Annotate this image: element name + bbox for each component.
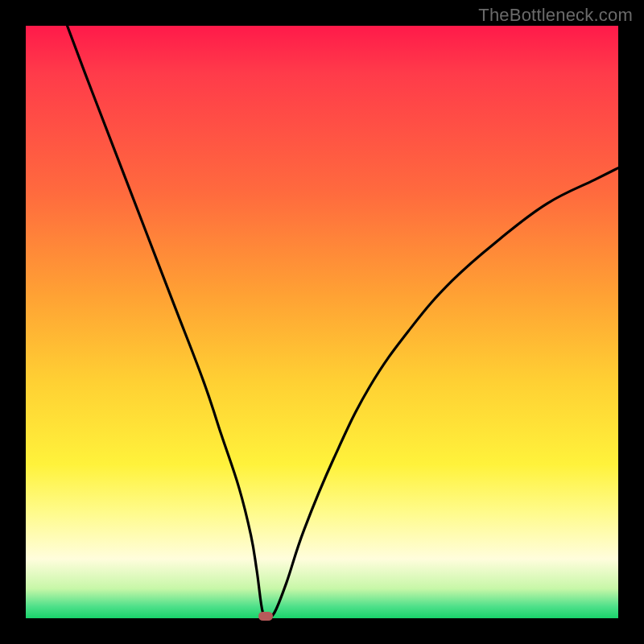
chart-frame: TheBottleneck.com [0, 0, 644, 644]
plot-area [26, 26, 618, 618]
bottleneck-curve [26, 26, 618, 618]
watermark-text: TheBottleneck.com [478, 5, 633, 26]
optimum-marker [258, 612, 273, 621]
